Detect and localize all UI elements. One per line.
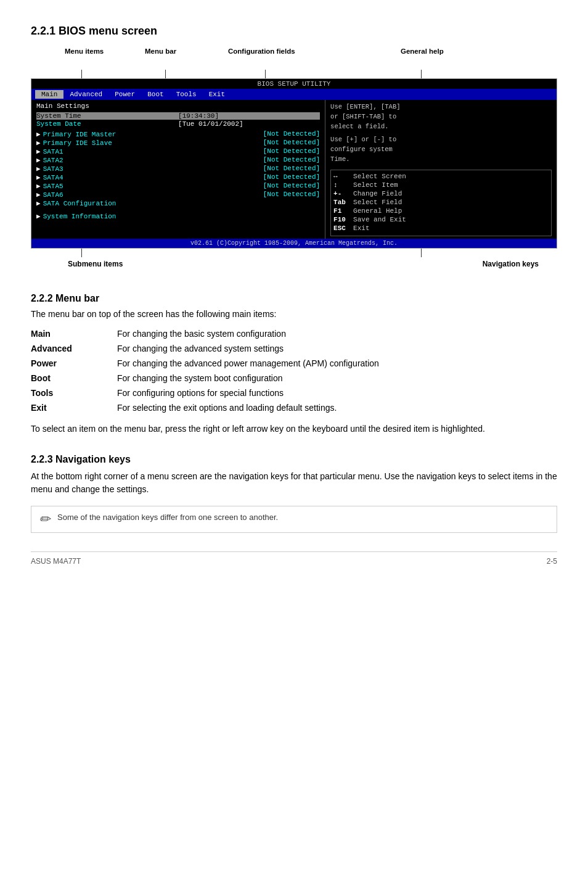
table-row: Advanced For changing the advanced syste… <box>31 341 557 356</box>
table-row: Main For changing the basic system confi… <box>31 326 557 341</box>
bios-help-text: Use [ENTER], [TAB] or [SHIFT-TAB] to sel… <box>330 102 552 165</box>
menu-desc-tools: For configuring options for special func… <box>117 386 557 400</box>
bios-nav-screen: ↔ Select Screen <box>333 173 549 180</box>
connector-lines <box>31 70 557 78</box>
table-row: Boot For changing the system boot config… <box>31 371 557 386</box>
connector-lines-bottom <box>31 249 557 257</box>
label-menu-items: Menu items <box>65 47 104 55</box>
note-icon: ✏ <box>39 511 50 527</box>
label-config-fields: Configuration fields <box>228 47 295 55</box>
bios-nav-esc: ESC Exit <box>333 225 549 232</box>
top-labels: Menu items Menu bar Configuration fields… <box>31 47 557 70</box>
table-row: Exit For selecting the exit options and … <box>31 400 557 415</box>
bios-menu-boot: Boot <box>141 90 169 99</box>
menu-desc-boot: For changing the system boot configurati… <box>117 371 557 386</box>
section-223-title: 2.2.3 Navigation keys <box>31 454 557 465</box>
section-223-body: At the bottom right corner of a menu scr… <box>31 470 557 496</box>
bios-title: BIOS SETUP UTILITY <box>31 79 557 89</box>
bios-nav-keys-box: ↔ Select Screen ↕ Select Item +- Change … <box>330 170 552 236</box>
bios-menu-bar: Main Advanced Power Boot Tools Exit <box>31 89 557 100</box>
bottom-labels: Submenu items Navigation keys <box>31 260 557 268</box>
menu-label-boot: Boot <box>31 371 117 386</box>
bios-menu-power: Power <box>108 90 141 99</box>
label-submenu-items: Submenu items <box>31 260 123 268</box>
menu-label-advanced: Advanced <box>31 341 117 356</box>
table-row: Power For changing the advanced power ma… <box>31 356 557 371</box>
menu-label-main: Main <box>31 326 117 341</box>
bios-item-sata1: ▶SATA1 [Not Detected] <box>36 147 320 155</box>
bios-nav-f10: F10 Save and Exit <box>333 216 549 223</box>
footer-page: 2-5 <box>547 557 557 566</box>
section-223: 2.2.3 Navigation keys At the bottom righ… <box>31 454 557 533</box>
value-system-date: [Tue 01/01/2002] <box>178 120 320 128</box>
bios-item-sata5: ▶SATA5 [Not Detected] <box>36 182 320 190</box>
section-222-body: To select an item on the menu bar, press… <box>31 423 557 435</box>
bios-left-panel: Main Settings System Time [19:34:30] Sys… <box>31 100 325 239</box>
menu-desc-main: For changing the basic system configurat… <box>117 326 557 341</box>
bios-diagram: Menu items Menu bar Configuration fields… <box>31 47 557 268</box>
label-general-help: General help <box>401 47 444 55</box>
bios-section-title: Main Settings <box>36 102 320 110</box>
bios-right-panel: Use [ENTER], [TAB] or [SHIFT-TAB] to sel… <box>325 100 557 239</box>
section-222-title: 2.2.2 Menu bar <box>31 293 557 304</box>
bios-item-sata-config: ▶SATA Configuration <box>36 199 320 207</box>
menu-desc-advanced: For changing the advanced system setting… <box>117 341 557 356</box>
bios-item-sysinfo-container: ▶System Information <box>36 212 320 220</box>
bios-item-sata3: ▶SATA3 [Not Detected] <box>36 165 320 173</box>
value-system-time: [19:34:30] <box>178 112 320 120</box>
note-box: ✏ Some of the navigation keys differ fro… <box>31 506 557 533</box>
bios-row-system-time: System Time [19:34:30] <box>36 112 320 120</box>
bios-item-sata6: ▶SATA6 [Not Detected] <box>36 191 320 199</box>
page-footer: ASUS M4A77T 2-5 <box>31 551 557 566</box>
bios-menu-main: Main <box>35 90 63 99</box>
bios-row-system-date: System Date [Tue 01/01/2002] <box>36 120 320 128</box>
menu-label-tools: Tools <box>31 386 117 400</box>
section-222-intro: The menu bar on top of the screen has th… <box>31 309 557 319</box>
bios-item-primary-ide-slave: ▶Primary IDE Slave [Not Detected] <box>36 139 320 147</box>
note-text: Some of the navigation keys differ from … <box>57 511 278 522</box>
bios-item-sata2: ▶SATA2 [Not Detected] <box>36 156 320 164</box>
section-222: 2.2.2 Menu bar The menu bar on top of th… <box>31 293 557 435</box>
bios-items-list: ▶Primary IDE Master [Not Detected] ▶Prim… <box>36 130 320 207</box>
bios-menu-exit: Exit <box>203 90 231 99</box>
label-menu-bar: Menu bar <box>145 47 176 55</box>
bios-nav-tab: Tab Select Field <box>333 199 549 206</box>
menu-desc-exit: For selecting the exit options and loadi… <box>117 400 557 415</box>
bios-menu-tools: Tools <box>170 90 203 99</box>
bios-content: Main Settings System Time [19:34:30] Sys… <box>31 100 557 239</box>
bios-nav-field-change: +- Change Field <box>333 190 549 197</box>
menu-label-power: Power <box>31 356 117 371</box>
bios-menu-advanced: Advanced <box>63 90 108 99</box>
bios-screen: BIOS SETUP UTILITY Main Advanced Power B… <box>31 78 557 249</box>
label-system-time: System Time <box>36 112 178 120</box>
bios-nav-f1: F1 General Help <box>333 207 549 215</box>
bios-footer: v02.61 (C)Copyright 1985-2009, American … <box>31 239 557 248</box>
bios-item-sata4: ▶SATA4 [Not Detected] <box>36 173 320 181</box>
menu-desc-power: For changing the advanced power manageme… <box>117 356 557 371</box>
menu-items-table: Main For changing the basic system confi… <box>31 326 557 415</box>
bios-item-system-info: ▶System Information <box>36 212 320 220</box>
label-system-date: System Date <box>36 120 178 128</box>
section-221-title: 2.2.1 BIOS menu screen <box>31 25 557 38</box>
bios-item-primary-ide-master: ▶Primary IDE Master [Not Detected] <box>36 130 320 138</box>
footer-model: ASUS M4A77T <box>31 557 81 566</box>
section-221: 2.2.1 BIOS menu screen Menu items Menu b… <box>31 25 557 268</box>
menu-label-exit: Exit <box>31 400 117 415</box>
bios-nav-item: ↕ Select Item <box>333 181 549 189</box>
label-navigation-keys: Navigation keys <box>483 260 557 268</box>
table-row: Tools For configuring options for specia… <box>31 386 557 400</box>
